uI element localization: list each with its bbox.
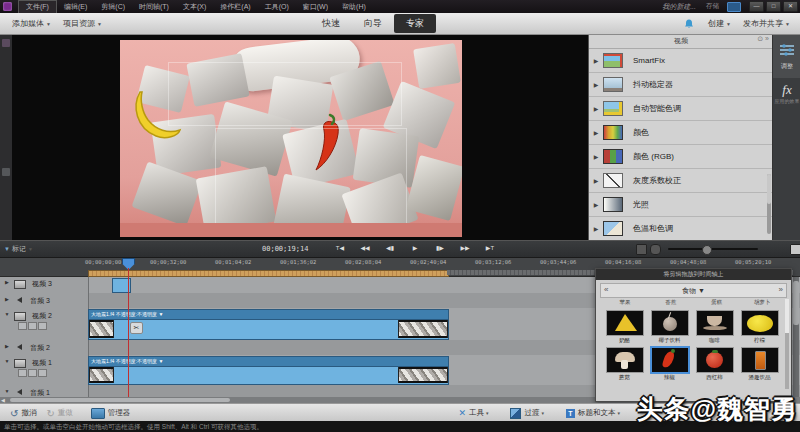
redo-button[interactable]: ↻重做 <box>46 408 72 419</box>
minimize-button[interactable]: — <box>749 1 764 12</box>
chevron-right-icon[interactable]: ▶ <box>589 177 603 184</box>
panel-collapse-icon[interactable]: ⊙ » <box>757 35 769 43</box>
track-header-video-1[interactable]: ▼ 视频 1 <box>0 355 89 385</box>
playhead-line[interactable] <box>128 268 129 397</box>
hscroll-thumb[interactable] <box>10 398 230 402</box>
save-indicator[interactable]: 存储 <box>706 2 719 11</box>
chevron-right-icon[interactable]: ▶ <box>589 201 603 208</box>
next-edit-button[interactable]: ▶▶ <box>455 243 475 254</box>
mix-audio-icon[interactable] <box>636 244 647 255</box>
adjust-sliders-icon[interactable] <box>780 44 794 56</box>
close-button[interactable]: ✕ <box>783 1 798 12</box>
play-button[interactable]: ▶ <box>405 243 425 254</box>
effect-row-temperature-tint[interactable]: ▶ 色温和色调 <box>589 217 773 241</box>
track-header-audio-3[interactable]: ▶ 音频 3 <box>0 293 89 308</box>
effect-row-smartfix[interactable]: ▶ SmartFix <box>589 49 773 73</box>
graphic-item-lemon[interactable]: 柠檬 <box>737 308 782 344</box>
panel-toggle-button[interactable] <box>790 244 800 255</box>
monitor-icon[interactable] <box>727 2 741 12</box>
graphic-item-tomato[interactable]: 西红柿 <box>692 345 737 381</box>
menu-tools[interactable]: 工具(O) <box>258 1 296 13</box>
step-forward-button[interactable]: ▮▶ <box>430 243 450 254</box>
menu-file[interactable]: 文件(F) <box>18 0 57 14</box>
graphics-scrollbar[interactable] <box>785 299 789 389</box>
tab-guided[interactable]: 向导 <box>352 14 394 33</box>
expand-icon[interactable]: ▶ <box>0 296 14 302</box>
track-header-video-3[interactable]: ▶ 视频 3 <box>0 276 89 293</box>
dock-list-icon[interactable] <box>2 168 10 176</box>
clip-video-1[interactable]: 大地震1.f4 不透明度:不透明度 ▼ <box>88 356 449 385</box>
add-media-button[interactable]: 添加媒体▼ <box>12 18 51 29</box>
manager-button[interactable]: 管理器 <box>91 408 131 419</box>
menu-window[interactable]: 窗口(W) <box>296 1 335 13</box>
menu-timeline[interactable]: 时间轴(T) <box>132 1 176 13</box>
timeline-zoom-slider[interactable] <box>668 248 758 250</box>
prev-edit-button[interactable]: ◀◀ <box>355 243 375 254</box>
publish-share-button[interactable]: 发布并共享▼ <box>743 18 790 29</box>
track-header-video-2[interactable]: ▼ 视频 2 <box>0 308 89 340</box>
graphic-item-punch-drink[interactable]: 潘趣饮品 <box>737 345 782 381</box>
adjust-scrollbar[interactable] <box>767 174 771 234</box>
step-back-button[interactable]: ◀▮ <box>380 243 400 254</box>
track-mini-buttons[interactable] <box>18 322 47 330</box>
collapse-icon[interactable]: ▼ <box>0 388 14 394</box>
dock-grid-icon[interactable] <box>2 39 10 47</box>
effect-row-lighting[interactable]: ▶ 光照 <box>589 193 773 217</box>
project-assets-button[interactable]: 项目资源▼ <box>63 18 102 29</box>
menu-action-bar[interactable]: 操作栏(A) <box>213 1 257 13</box>
titles-text-button[interactable]: T标题和文本▾ <box>566 408 620 418</box>
graphic-item-coffee[interactable]: 咖啡 <box>692 308 737 344</box>
graphic-item-mushroom[interactable]: 蘑菇 <box>602 345 647 381</box>
chevron-right-icon[interactable]: ▶ <box>589 81 603 88</box>
go-to-out-button[interactable]: ▶T <box>480 243 500 254</box>
menu-clip[interactable]: 剪辑(C) <box>94 1 132 13</box>
effect-row-color-rgb[interactable]: ▶ 颜色 (RGB) <box>589 145 773 169</box>
tab-expert[interactable]: 专家 <box>394 14 436 33</box>
video-monitor[interactable] <box>12 34 588 240</box>
go-to-in-button[interactable]: T◀ <box>330 243 350 254</box>
applied-effects-tab[interactable]: fx 应用的效果 <box>773 78 800 240</box>
tab-quick[interactable]: 快速 <box>310 14 352 33</box>
collapse-icon[interactable]: ▼ <box>0 311 14 317</box>
expand-icon[interactable]: ▶ <box>0 343 14 349</box>
maximize-button[interactable]: □ <box>766 1 781 12</box>
category-selector[interactable]: « 食物 ▼ » <box>600 283 787 298</box>
effect-row-shake-stabilizer[interactable]: ▶ 抖动稳定器 <box>589 73 773 97</box>
track-header-audio-1[interactable]: ▼ 音频 1 <box>0 385 89 397</box>
chevron-right-icon[interactable]: ▶ <box>589 129 603 136</box>
timecode-display[interactable]: 00;00;19;14 <box>262 245 308 253</box>
clip-title[interactable]: 大地震1.f4 不透明度:不透明度 ▼ <box>89 310 448 320</box>
notifications-bell-icon[interactable] <box>684 19 694 29</box>
menu-help[interactable]: 帮助(H) <box>335 1 373 13</box>
chevron-right-icon[interactable]: ▶ <box>589 105 603 112</box>
track-header-audio-2[interactable]: ▶ 音频 2 <box>0 340 89 355</box>
transitions-button[interactable]: 过渡▾ <box>510 408 544 419</box>
undo-button[interactable]: ↺撤消 <box>10 408 36 419</box>
graphic-item-coconut-drink[interactable]: 椰子饮料 <box>647 308 692 344</box>
menu-edit[interactable]: 编辑(E) <box>57 1 94 13</box>
effect-row-gamma[interactable]: ▶ 灰度系数校正 <box>589 169 773 193</box>
track-mini-buttons[interactable] <box>18 369 47 377</box>
clip-title[interactable]: 大地震1.f4 不透明度:不透明度 ▼ <box>89 357 448 367</box>
graphic-item-cheese[interactable]: 奶酪 <box>602 308 647 344</box>
marker-dropdown[interactable]: ▼ 标记 ▼ <box>4 244 33 254</box>
create-button[interactable]: 创建▼ <box>708 18 731 29</box>
prev-page-icon[interactable]: « <box>604 285 608 294</box>
adjust-tab-label[interactable]: 调整 <box>773 62 800 71</box>
menu-text[interactable]: 文本(X) <box>176 1 213 13</box>
category-dropdown[interactable]: 食物 ▼ <box>682 286 705 296</box>
chevron-right-icon[interactable]: ▶ <box>589 225 603 232</box>
graphic-item-chili-selected[interactable]: 辣椒 <box>647 345 692 381</box>
timeline-vertical-scrollbar[interactable] <box>793 277 799 397</box>
expand-icon[interactable]: ▶ <box>0 279 14 285</box>
collapse-icon[interactable]: ▼ <box>0 358 14 364</box>
chevron-right-icon[interactable]: ▶ <box>589 153 603 160</box>
next-page-icon[interactable]: » <box>779 285 783 294</box>
effect-row-color[interactable]: ▶ 颜色 <box>589 121 773 145</box>
scissors-icon[interactable]: ✂ <box>130 322 143 334</box>
zoom-slider-handle[interactable] <box>702 245 712 255</box>
tools-button[interactable]: ✕工具▾ <box>458 408 488 418</box>
work-area-bar[interactable] <box>88 270 449 277</box>
effect-row-auto-smart-tone[interactable]: ▶ 自动智能色调 <box>589 97 773 121</box>
fit-zoom-icon[interactable] <box>650 244 661 255</box>
